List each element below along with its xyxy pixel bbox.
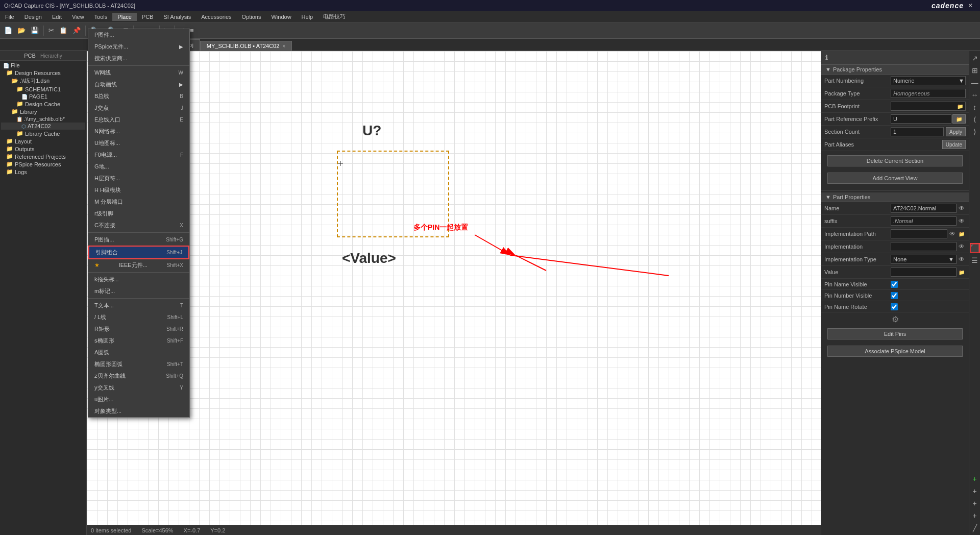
menu-circuits[interactable]: 电路技巧 [318, 12, 351, 21]
value-folder-btn[interactable]: 📁 [958, 270, 966, 275]
tree-item-layout[interactable]: 📁 Layout [1, 137, 85, 145]
tree-item-schematic1[interactable]: 📁 SCHEMATIC1 [1, 85, 85, 93]
far-right-btn-5[interactable]: ↕ [970, 102, 980, 112]
far-right-btn-6[interactable]: ⟨ [970, 114, 980, 125]
tree-item-dsn[interactable]: 📂 .\\练习1.dsn [1, 77, 85, 85]
cm-bookmark[interactable]: m标记... [88, 285, 189, 297]
cm-p-icon[interactable]: P图件... [88, 29, 189, 41]
cm-net-label[interactable]: N网络标... [88, 126, 189, 137]
pcb-footprint-value[interactable]: 📁 [891, 102, 966, 111]
paste-btn[interactable]: 📌 [70, 24, 83, 37]
tab-close-icon[interactable]: × [282, 43, 285, 49]
cm-no-connect[interactable]: C不连接 X [88, 220, 189, 231]
menu-accessories[interactable]: Accessories [196, 13, 236, 21]
far-right-btn-4[interactable]: ↔ [970, 90, 980, 100]
far-right-plus4-btn[interactable]: + [970, 510, 980, 521]
far-right-plus2-btn[interactable]: + [970, 486, 980, 496]
impl-value[interactable] [891, 242, 957, 251]
menu-window[interactable]: Window [266, 13, 296, 21]
menu-options[interactable]: Options [237, 13, 266, 21]
cm-power[interactable]: F0电源... F [88, 149, 189, 161]
tree-item-page1[interactable]: 📄 PAGE1 [1, 93, 85, 100]
cm-ellipse[interactable]: s椭圆形 Shift+F [88, 335, 189, 347]
section-count-value[interactable]: 1 [891, 127, 944, 136]
menu-view[interactable]: View [67, 13, 89, 21]
tree-item-library[interactable]: 📁 Library [1, 108, 85, 115]
impl-path-folder-btn[interactable]: 📁 [958, 231, 966, 237]
far-right-btn-2[interactable]: ⊞ [970, 65, 980, 76]
cut-btn[interactable]: ✂ [46, 24, 56, 37]
far-right-red-btn[interactable]: ⬛ [970, 243, 980, 253]
cm-polyline[interactable]: y交叉线 Y [88, 382, 189, 394]
tree-item-logs[interactable]: 📁 Logs [1, 168, 85, 176]
tree-item-pspice[interactable]: 📁 PSpice Resources [1, 160, 85, 168]
tree-item-outputs[interactable]: 📁 Outputs [1, 145, 85, 153]
cm-auto-wire[interactable]: 自动画线 ▶ [88, 79, 189, 90]
menu-file[interactable]: File [0, 13, 19, 21]
impl-eye-btn[interactable]: 👁 [958, 243, 966, 250]
cm-line[interactable]: / L线 Shift+L [88, 311, 189, 323]
delete-section-btn[interactable]: Delete Current Section [827, 155, 963, 166]
menu-place[interactable]: Place [112, 13, 137, 21]
cm-pspice-component[interactable]: PSpice元件... ▶ [88, 41, 189, 53]
cm-object-type[interactable]: 对象类型... [88, 405, 189, 417]
cm-image[interactable]: u图片... [88, 394, 189, 405]
cm-bezier[interactable]: z贝齐尔曲线 Shift+Q [88, 370, 189, 382]
impl-path-eye-btn[interactable]: 👁 [948, 230, 957, 237]
cm-hier-port[interactable]: H层页符... [88, 173, 189, 184]
far-right-btn-1[interactable]: ↗ [970, 53, 980, 63]
pin-number-visible-checkbox[interactable] [891, 292, 898, 299]
far-right-list-btn[interactable]: ☰ [970, 255, 980, 265]
cm-text[interactable]: T文本... T [88, 300, 189, 311]
name-eye-btn[interactable]: 👁 [958, 205, 966, 212]
add-convert-btn[interactable]: Add Convert View [827, 173, 963, 184]
open-btn[interactable]: 📂 [15, 24, 28, 37]
far-right-plus3-btn[interactable]: + [970, 498, 980, 508]
folder-browse-icon[interactable]: 📁 [957, 104, 963, 109]
tree-item-library-cache[interactable]: 📁 Library Cache [1, 130, 85, 137]
canvas-area[interactable]: U? <Value> [87, 51, 821, 535]
cm-ieee[interactable]: ★ IEEE元件... Shift+X [88, 259, 189, 271]
suffix-value[interactable]: .Normal [891, 216, 957, 226]
tab-schlib[interactable]: MY_SCHLIB.OLB • AT24C02 × [200, 41, 292, 51]
name-value[interactable]: AT24C02.Normal [891, 204, 957, 213]
cm-ellipse-arc[interactable]: 椭圆形圆弧 Shift+T [88, 358, 189, 370]
impl-type-eye-btn[interactable]: 👁 [958, 256, 966, 263]
tree-item-design-resources[interactable]: 📁 Design Resources [1, 69, 85, 77]
cm-bus-entry[interactable]: E总线入口 E [88, 114, 189, 126]
edit-pins-btn[interactable]: Edit Pins [827, 328, 963, 339]
cm-off-page[interactable]: U地图标... [88, 137, 189, 149]
pin-name-rotate-checkbox[interactable] [891, 303, 898, 310]
cm-p-draw[interactable]: P图描... Shift+G [88, 234, 189, 246]
menu-edit[interactable]: Edit [47, 13, 67, 21]
hierarchy-btn[interactable]: Hierarchy [40, 53, 62, 59]
impl-type-arrow[interactable]: ▼ [948, 256, 954, 262]
cm-ground[interactable]: G地... [88, 161, 189, 173]
schematic-canvas[interactable]: U? <Value> [87, 51, 821, 535]
far-right-btn-7[interactable]: ⟩ [970, 127, 980, 137]
cm-junction[interactable]: J交点 J [88, 102, 189, 114]
impl-type-value[interactable]: None ▼ [891, 255, 957, 264]
menu-si[interactable]: SI Analysis [158, 13, 196, 21]
menu-tools[interactable]: Tools [89, 13, 113, 21]
suffix-eye-btn[interactable]: 👁 [958, 217, 966, 225]
tree-item-my-schlib[interactable]: 📋 .\\my_schlib.olb* [1, 115, 85, 123]
update-btn[interactable]: Update [942, 140, 966, 149]
value-field[interactable] [891, 268, 957, 277]
impl-path-value[interactable] [891, 229, 947, 238]
part-ref-prefix-value[interactable]: U [891, 114, 951, 124]
cm-wire[interactable]: W网线 W [88, 67, 189, 79]
dropdown-arrow[interactable]: ▼ [959, 78, 964, 84]
cm-rect[interactable]: R矩形 Shift+R [88, 323, 189, 335]
collapse-icon[interactable]: ▼ [825, 66, 831, 72]
new-btn[interactable]: 📄 [2, 24, 14, 37]
cm-arc[interactable]: A圆弧 [88, 347, 189, 358]
cm-arrow-header[interactable]: k拖头标... [88, 274, 189, 285]
far-right-btn-3[interactable]: — [970, 78, 980, 88]
collapse-icon-2[interactable]: ▼ [825, 194, 831, 200]
far-right-diagonal-btn[interactable]: ╱ [970, 523, 980, 533]
tree-item-at24c02[interactable]: ⬡ AT24C02 [1, 123, 85, 130]
cm-pin-group[interactable]: 引脚组合 Shift+J [88, 246, 189, 259]
tree-item-file[interactable]: 📄 File [1, 62, 85, 69]
menu-pcb[interactable]: PCB [137, 13, 159, 21]
